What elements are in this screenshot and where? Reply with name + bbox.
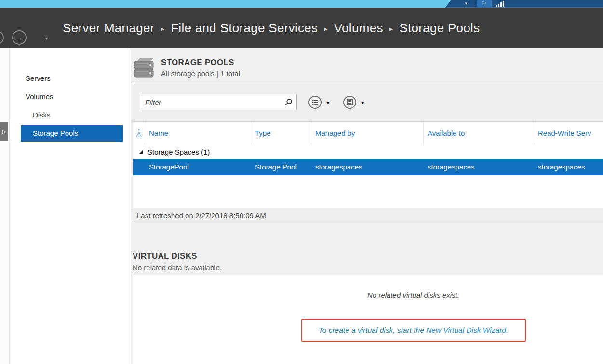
breadcrumb-server-manager[interactable]: Server Manager (63, 21, 155, 36)
back-arrow-icon: ← (0, 34, 1, 42)
last-refreshed-bar: Last refreshed on 2/27/2018 8:50:09 AM (133, 208, 603, 223)
chart-bar (503, 1, 504, 7)
new-virtual-disk-wizard-link[interactable]: New Virtual Disk Wizard. (426, 326, 508, 334)
sidebar-item-label: Disks (33, 111, 51, 119)
sidebar-collapse-handle[interactable]: ▷ (0, 122, 8, 141)
sidebar-item-label: Volumes (26, 92, 54, 101)
row-available-to-cell: storagespaces (424, 159, 534, 175)
breadcrumb: Server Manager ▸ File and Storage Servic… (63, 8, 480, 48)
flag-icon: ⚐ (482, 1, 487, 6)
history-caret-icon[interactable]: ▼ (44, 36, 49, 41)
chart-bar (496, 5, 497, 7)
breadcrumb-separator-icon: ▸ (389, 25, 393, 33)
page-subtitle: All storage pools | 1 total (161, 69, 240, 78)
no-virtual-disks-message: No related virtual disks exist. (367, 291, 459, 299)
new-virtual-disk-hint-box: To create a virtual disk, start the New … (301, 319, 526, 342)
virtual-disks-panel: No related virtual disks exist. To creat… (133, 276, 603, 364)
main-body: ▷ Servers Volumes Disks Storage Pools (0, 48, 603, 364)
row-type-cell: Storage Pool (251, 159, 311, 175)
forward-arrow-icon: → (15, 34, 24, 42)
chart-bar (500, 2, 502, 7)
sidebar-item-servers[interactable]: Servers (10, 69, 131, 88)
performance-chart-icon[interactable] (496, 1, 504, 7)
new-virtual-disk-hint: To create a virtual disk, start the New … (319, 326, 509, 334)
storage-pools-icon (133, 56, 155, 78)
group-label: Storage Spaces (1) (147, 148, 210, 156)
storage-pools-tile: ▼ ▼ (133, 83, 603, 223)
save-circle-button[interactable] (343, 96, 356, 109)
table-empty-space (133, 175, 603, 208)
column-header-available-to[interactable]: Available to (424, 122, 534, 144)
table-row-storagepool[interactable]: StoragePool Storage Pool storagespaces s… (133, 159, 603, 175)
content-area: STORAGE POOLS All storage pools | 1 tota… (131, 48, 603, 364)
hint-prefix-text: To create a virtual disk, start the (319, 326, 426, 334)
column-header-read-write-server[interactable]: Read-Write Serv (534, 122, 603, 144)
breadcrumb-separator-icon: ▸ (324, 25, 328, 33)
back-button[interactable]: ← (0, 30, 4, 45)
row-managed-by-cell: storagespaces (311, 159, 424, 175)
topbar-caret-icon[interactable]: ▼ (464, 1, 468, 6)
forward-button[interactable]: → (12, 30, 27, 45)
save-dropdown[interactable]: ▼ (343, 96, 365, 109)
filter-box (140, 94, 297, 110)
group-expanded-icon[interactable] (139, 150, 143, 154)
storage-pools-header: STORAGE POOLS All storage pools | 1 tota… (133, 56, 603, 78)
page-title: STORAGE POOLS (161, 56, 240, 67)
virtual-disks-title: VIRTUAL DISKS (133, 251, 603, 261)
pools-toolbar: ▼ ▼ (133, 83, 603, 122)
warning-icon: ⚠ (135, 131, 142, 139)
navigation-sidebar: Servers Volumes Disks Storage Pools (10, 48, 131, 364)
top-accent-bar: ▼ ⚐ (0, 0, 603, 8)
last-refreshed-text: Last refreshed on 2/27/2018 8:50:09 AM (137, 211, 266, 220)
search-icon[interactable] (284, 98, 293, 106)
task-list-dropdown[interactable]: ▼ (308, 96, 330, 109)
column-header-name[interactable]: Name (145, 122, 251, 144)
virtual-disks-subtitle: No related data is available. (133, 263, 603, 272)
breadcrumb-bar: ← → ▼ Server Manager ▸ File and Storage … (0, 8, 603, 48)
row-status-cell (133, 159, 145, 175)
save-caret-icon[interactable]: ▼ (361, 100, 365, 105)
notifications-flag-button[interactable]: ⚐ (477, 0, 492, 7)
chart-bar (498, 4, 499, 7)
sidebar-item-volumes[interactable]: Volumes (10, 88, 131, 106)
sidebar-item-storage-pools[interactable]: Storage Pools (21, 125, 123, 142)
column-header-managed-by[interactable]: Managed by (311, 122, 424, 144)
breadcrumb-file-storage-services[interactable]: File and Storage Services (171, 21, 318, 36)
pools-table-header: ▲ ⚠ Name Type Managed by Available to Re… (133, 122, 603, 144)
status-column-header[interactable]: ▲ ⚠ (133, 122, 145, 144)
list-circle-button[interactable] (308, 96, 322, 109)
save-icon (347, 99, 353, 105)
filter-input[interactable] (140, 94, 284, 110)
sidebar-item-label: Servers (26, 74, 51, 82)
breadcrumb-volumes[interactable]: Volumes (334, 21, 383, 36)
column-header-type[interactable]: Type (251, 122, 311, 144)
breadcrumb-separator-icon: ▸ (161, 25, 165, 33)
left-edge-strip (0, 48, 10, 364)
top-accent-cyan (0, 0, 451, 8)
virtual-disks-section: VIRTUAL DISKS No related data is availab… (133, 251, 603, 364)
row-name-cell: StoragePool (145, 159, 251, 175)
sidebar-item-label: Storage Pools (33, 129, 78, 137)
list-caret-icon[interactable]: ▼ (326, 100, 330, 105)
list-icon (312, 99, 319, 105)
group-row-storage-spaces[interactable]: Storage Spaces (1) (133, 144, 603, 159)
collapse-arrow-icon: ▷ (2, 129, 6, 134)
sidebar-item-disks[interactable]: Disks (10, 106, 131, 124)
row-read-write-server-cell: storagespaces (534, 159, 603, 175)
breadcrumb-storage-pools[interactable]: Storage Pools (399, 21, 480, 36)
